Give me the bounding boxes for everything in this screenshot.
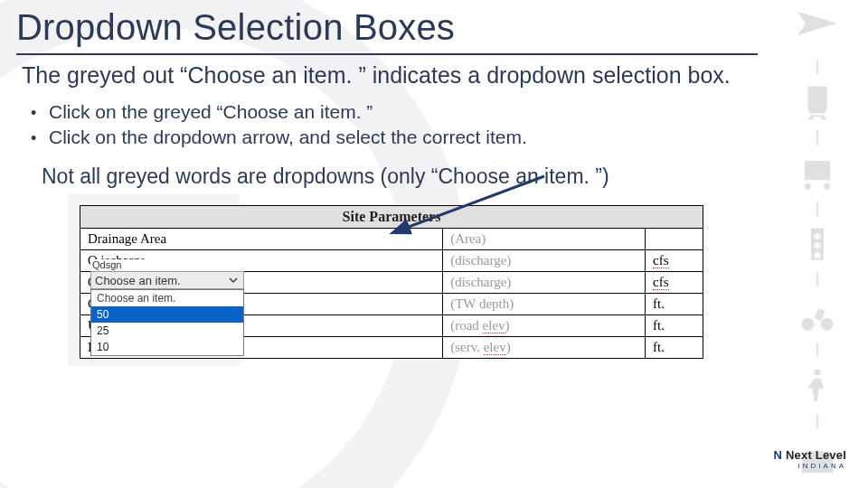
row-unit: cfs [646,272,703,294]
row-unit [646,229,703,250]
row-placeholder: (road elev) [443,315,646,337]
row-placeholder: (discharge) [443,250,646,272]
row-unit: ft. [646,337,703,359]
dropdown-option[interactable]: 50 [91,306,243,323]
dropdown-list: Choose an item. 50 25 10 [90,289,244,356]
pointer-arrow [373,173,553,245]
dropdown-selected-text: Choose an item. [95,274,181,287]
lead-text: The greyed out “Choose an item. ” indica… [16,62,846,89]
bullet-item: Click on the greyed “Choose an item. ” [51,99,846,125]
dropdown-field-label: Qdsgn [90,259,244,271]
row-placeholder: (serv. elev) [443,337,646,359]
row-placeholder: (TW depth) [443,294,646,315]
dropdown-select[interactable]: Choose an item. [90,271,244,289]
row-unit: ft. [646,315,703,337]
row-unit: cfs [646,250,703,272]
table-screenshot: Site Parameters Drainage Area (Area) Q i… [65,205,716,395]
page-title: Dropdown Selection Boxes [16,7,846,48]
chevron-down-icon[interactable] [227,274,240,286]
bullet-list: Click on the greyed “Choose an item. ” C… [16,89,846,161]
dropdown-overlay: Qdsgn Choose an item. Choose an item. 50… [90,259,244,356]
dropdown-option-header[interactable]: Choose an item. [91,290,243,306]
title-rule [16,53,758,55]
dropdown-option[interactable]: 25 [91,323,243,339]
row-placeholder: (discharge) [443,272,646,294]
bullet-item: Click on the dropdown arrow, and select … [51,125,846,150]
row-unit: ft. [646,294,703,315]
dropdown-option[interactable]: 10 [91,339,243,355]
svg-line-3 [394,176,544,232]
